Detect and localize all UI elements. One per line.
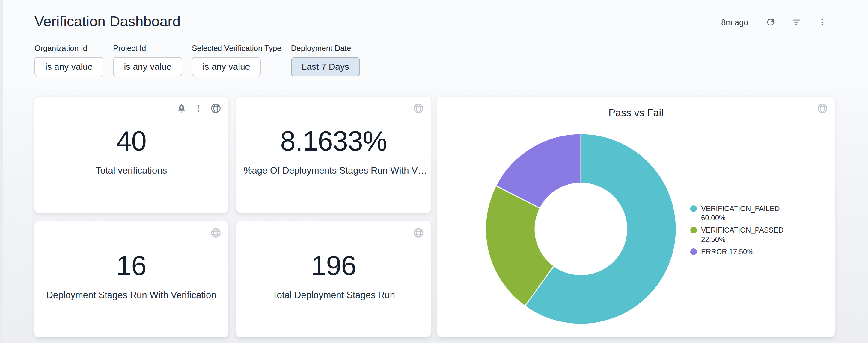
more-vert-icon <box>818 18 827 28</box>
page-title: Verification Dashboard <box>34 13 180 30</box>
tile-toolbar <box>817 103 828 114</box>
verification-dashboard-page: Verification Dashboard 8m ago Organizati… <box>0 0 868 343</box>
filter-group-deployment-date: Deployment Date Last 7 Days <box>291 44 360 76</box>
globe-icon <box>210 103 221 114</box>
tile-value: 40 <box>116 126 146 157</box>
tile-label: Total Deployment Stages Run <box>272 290 395 301</box>
chart-legend: VERIFICATION_FAILED 60.00% VERIFICATION_… <box>690 204 794 256</box>
filter-group-verification-type: Selected Verification Type is any value <box>192 44 281 76</box>
filter-icon <box>791 17 802 28</box>
tile-value: 8.1633% <box>280 126 387 157</box>
filter-label: Selected Verification Type <box>192 44 281 53</box>
tile-value: 16 <box>116 250 146 281</box>
tile-body: 8.1633% %age Of Deployments Stages Run W… <box>237 93 431 209</box>
tile-explore-button[interactable] <box>413 227 424 239</box>
tile-toolbar <box>210 227 221 239</box>
tile-explore-button[interactable] <box>210 227 221 239</box>
tile-total-verifications: 40 Total verifications <box>34 97 228 213</box>
tile-label: Total verifications <box>96 165 167 176</box>
tile-toolbar <box>413 103 424 114</box>
legend-swatch <box>690 227 697 234</box>
legend-item-verification-failed[interactable]: VERIFICATION_FAILED 60.00% <box>690 204 794 222</box>
tile-more-button[interactable] <box>194 104 203 113</box>
legend-item-verification-passed[interactable]: VERIFICATION_PASSED 22.50% <box>690 226 794 244</box>
legend-label: ERROR 17.50% <box>701 247 794 256</box>
filter-label: Deployment Date <box>291 44 360 53</box>
left-rail <box>0 0 3 343</box>
tile-toolbar <box>177 103 221 114</box>
legend-label: VERIFICATION_FAILED 60.00% <box>701 204 794 222</box>
tile-explore-button[interactable] <box>413 103 424 114</box>
filter-chip-verification-type[interactable]: is any value <box>192 57 261 76</box>
filter-bar: Organization Id is any value Project Id … <box>34 44 360 76</box>
globe-icon <box>210 227 221 239</box>
donut-chart[interactable] <box>482 130 680 328</box>
filters-toggle-button[interactable] <box>791 18 802 28</box>
tile-stages-run-with-verification: 16 Deployment Stages Run With Verificati… <box>34 221 228 337</box>
more-vert-icon <box>194 104 203 113</box>
filter-chip-project-id[interactable]: is any value <box>113 57 182 76</box>
tile-percent-stages-with-verification: 8.1633% %age Of Deployments Stages Run W… <box>237 97 431 213</box>
tile-label: %age Of Deployments Stages Run With V… <box>244 165 424 176</box>
chart-title: Pass vs Fail <box>437 107 835 118</box>
filter-chip-organization-id[interactable]: is any value <box>34 57 103 76</box>
globe-icon <box>817 103 828 114</box>
dashboard-more-button[interactable] <box>817 18 827 28</box>
filter-chip-deployment-date[interactable]: Last 7 Days <box>291 57 360 76</box>
tile-explore-button[interactable] <box>210 103 221 114</box>
alert-bell-add-button[interactable] <box>177 103 187 113</box>
tile-body: 196 Total Deployment Stages Run <box>237 217 431 333</box>
tile-explore-button[interactable] <box>817 103 828 114</box>
refresh-icon <box>766 17 776 28</box>
filter-group-organization-id: Organization Id is any value <box>34 44 103 76</box>
bell-plus-icon <box>177 103 187 113</box>
refresh-button[interactable] <box>766 18 776 28</box>
legend-swatch <box>690 248 697 255</box>
tile-label: Deployment Stages Run With Verification <box>46 290 216 301</box>
tile-toolbar <box>413 227 424 239</box>
tile-total-deployment-stages-run: 196 Total Deployment Stages Run <box>237 221 431 337</box>
tile-value: 196 <box>311 250 356 281</box>
globe-icon <box>413 103 424 114</box>
last-refreshed-label: 8m ago <box>721 18 748 27</box>
filter-group-project-id: Project Id is any value <box>113 44 182 76</box>
filter-label: Organization Id <box>34 44 103 53</box>
legend-label: VERIFICATION_PASSED 22.50% <box>701 226 794 244</box>
globe-icon <box>413 227 424 239</box>
legend-swatch <box>690 205 697 212</box>
header-actions: 8m ago <box>721 18 827 28</box>
filter-label: Project Id <box>113 44 182 53</box>
tile-body: 16 Deployment Stages Run With Verificati… <box>34 217 228 333</box>
legend-item-error[interactable]: ERROR 17.50% <box>690 247 794 256</box>
pass-vs-fail-chart-card: Pass vs Fail VERIFICATION_FAILED 60.00% … <box>437 97 835 337</box>
